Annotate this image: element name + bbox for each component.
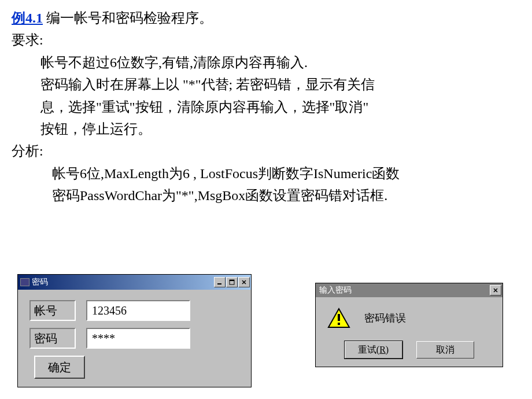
retry-button[interactable]: 重试(R) xyxy=(345,341,402,359)
warning-icon xyxy=(327,308,350,328)
retry-prefix: 重试( xyxy=(358,344,379,356)
close-button[interactable] xyxy=(238,277,250,287)
password-label: 密码 xyxy=(29,328,76,349)
password-input[interactable]: **** xyxy=(86,328,190,349)
msg-body: 密码错误 重试(R) 取消 xyxy=(316,297,503,367)
cancel-button[interactable]: 取消 xyxy=(416,341,474,359)
account-label: 帐号 xyxy=(29,300,76,321)
heading: 例4.1 编一帐号和密码检验程序。 xyxy=(12,7,520,29)
svg-rect-2 xyxy=(230,280,234,281)
retry-underline: R xyxy=(379,345,386,355)
maximize-button[interactable] xyxy=(226,277,238,287)
svg-rect-8 xyxy=(338,314,340,321)
msg-top: 密码错误 xyxy=(327,308,491,328)
svg-rect-9 xyxy=(338,323,340,325)
password-titlebar[interactable]: 密码 xyxy=(18,275,251,290)
ok-button[interactable]: 确定 xyxy=(34,356,85,379)
password-window: 密码 帐号 123456 密码 **** 确定 xyxy=(17,274,252,387)
example-link[interactable]: 例4.1 xyxy=(12,10,43,25)
svg-rect-0 xyxy=(217,283,221,285)
msgbox-titlebar[interactable]: 输入密码 xyxy=(316,283,503,297)
req-line-1: 帐号不超过6位数字,有错,清除原内容再输入. xyxy=(12,51,520,73)
msg-text: 密码错误 xyxy=(364,311,406,325)
msg-buttons: 重试(R) 取消 xyxy=(327,341,491,359)
account-row: 帐号 123456 xyxy=(29,300,239,321)
form-body: 帐号 123456 密码 **** 确定 xyxy=(18,290,251,387)
msgbox-close-button[interactable] xyxy=(490,285,501,295)
retry-suffix: ) xyxy=(386,345,389,355)
msgbox-title: 输入密码 xyxy=(319,285,352,295)
password-window-title: 密码 xyxy=(32,277,48,287)
analysis-label: 分析: xyxy=(12,140,520,162)
heading-rest: 编一帐号和密码检验程序。 xyxy=(43,10,213,25)
minimize-button[interactable] xyxy=(214,277,226,287)
req-line-2: 密码输入时在屏幕上以 "*"代替; 若密码错，显示有关信 xyxy=(12,73,520,95)
req-line-4: 按钮，停止运行。 xyxy=(12,118,520,140)
analysis-line-1: 帐号6位,MaxLength为6 , LostFocus判断数字IsNumeri… xyxy=(12,162,520,184)
analysis-line-2: 密码PassWordChar为"*",MsgBox函数设置密码错对话框. xyxy=(12,184,520,206)
account-input[interactable]: 123456 xyxy=(86,300,190,321)
msgbox-window: 输入密码 密码错误 重试(R) 取消 xyxy=(315,283,503,367)
requirements-label: 要求: xyxy=(12,29,520,51)
app-icon xyxy=(20,278,29,286)
req-line-3: 息，选择"重试"按钮，清除原内容再输入，选择"取消" xyxy=(12,96,520,118)
password-row: 密码 **** xyxy=(29,328,239,349)
